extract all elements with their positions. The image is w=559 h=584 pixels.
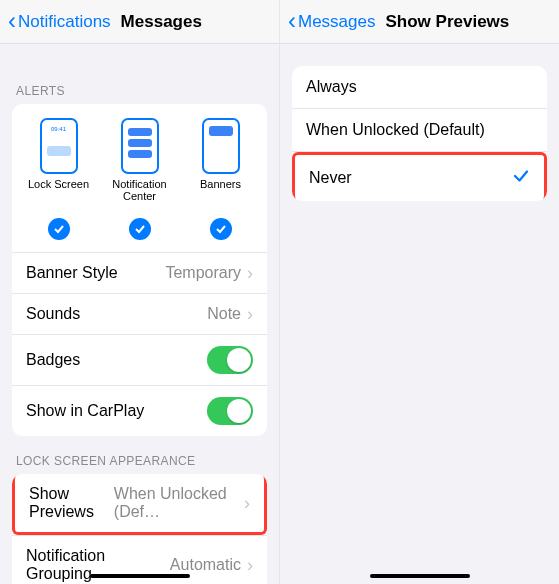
check-banners[interactable]	[210, 218, 232, 240]
alert-check-row	[12, 214, 267, 252]
alert-style-row: 09:41 Lock Screen Notification Center	[12, 104, 267, 214]
page-title-left: Messages	[121, 12, 202, 32]
home-indicator[interactable]	[370, 574, 470, 578]
label-carplay: Show in CarPlay	[26, 402, 144, 420]
home-indicator[interactable]	[90, 574, 190, 578]
label-badges: Badges	[26, 351, 80, 369]
value-show-previews: When Unlocked (Def…	[114, 485, 238, 521]
lock-appearance-card: Show Previews When Unlocked (Def…› Notif…	[12, 474, 267, 584]
row-carplay: Show in CarPlay	[12, 385, 267, 436]
option-label-always: Always	[306, 78, 357, 96]
banners-preview-icon	[202, 118, 240, 174]
alert-option-notification-center[interactable]: Notification Center	[99, 118, 180, 204]
row-badges: Badges	[12, 334, 267, 385]
back-label: Notifications	[18, 12, 111, 32]
navbar-right: ‹ Messages Show Previews	[280, 0, 559, 44]
back-label-right: Messages	[298, 12, 375, 32]
chevron-left-icon: ‹	[288, 9, 296, 33]
chevron-right-icon: ›	[247, 264, 253, 282]
chevron-right-icon: ›	[244, 494, 250, 512]
section-header-lock-appearance: LOCK SCREEN APPEARANCE	[0, 436, 279, 474]
row-sounds[interactable]: Sounds Note›	[12, 293, 267, 334]
content-right: Always When Unlocked (Default) Never	[280, 44, 559, 584]
switch-carplay[interactable]	[207, 397, 253, 425]
label-sounds: Sounds	[26, 305, 80, 323]
label-banner-style: Banner Style	[26, 264, 118, 282]
content-left: x ALERTS 09:41 Lock Screen	[0, 44, 279, 584]
notification-center-preview-icon	[121, 118, 159, 174]
check-lock-screen[interactable]	[48, 218, 70, 240]
alert-option-banners[interactable]: Banners	[180, 118, 261, 204]
page-title-right: Show Previews	[385, 12, 509, 32]
alert-label-lock: Lock Screen	[28, 178, 89, 204]
option-when-unlocked[interactable]: When Unlocked (Default)	[292, 109, 547, 152]
chevron-right-icon: ›	[247, 556, 253, 574]
switch-badges[interactable]	[207, 346, 253, 374]
show-previews-screen: ‹ Messages Show Previews Always When Unl…	[280, 0, 559, 584]
checkmark-icon	[512, 167, 530, 189]
chevron-left-icon: ‹	[8, 9, 16, 33]
option-label-never: Never	[309, 169, 352, 187]
row-banner-style[interactable]: Banner Style Temporary›	[12, 252, 267, 293]
settings-messages-notifications-screen: ‹ Notifications Messages x ALERTS 09:41 …	[0, 0, 280, 584]
back-button-notifications[interactable]: ‹ Notifications	[8, 11, 111, 33]
lock-screen-preview-icon: 09:41	[40, 118, 78, 174]
alert-label-center: Notification Center	[99, 178, 180, 204]
alert-label-banners: Banners	[200, 178, 241, 204]
option-always[interactable]: Always	[292, 66, 547, 109]
alerts-card: 09:41 Lock Screen Notification Center	[12, 104, 267, 436]
back-button-messages[interactable]: ‹ Messages	[288, 11, 375, 33]
row-show-previews[interactable]: Show Previews When Unlocked (Def…›	[12, 474, 267, 535]
option-label-unlocked: When Unlocked (Default)	[306, 121, 485, 139]
option-never[interactable]: Never	[292, 152, 547, 201]
previews-options-card: Always When Unlocked (Default) Never	[292, 66, 547, 201]
chevron-right-icon: ›	[247, 305, 253, 323]
value-grouping: Automatic	[170, 556, 241, 574]
alert-option-lock-screen[interactable]: 09:41 Lock Screen	[18, 118, 99, 204]
navbar-left: ‹ Notifications Messages	[0, 0, 279, 44]
check-notification-center[interactable]	[129, 218, 151, 240]
section-header-alerts: ALERTS	[0, 66, 279, 104]
label-show-previews: Show Previews	[29, 485, 114, 521]
value-banner-style: Temporary	[165, 264, 241, 282]
value-sounds: Note	[207, 305, 241, 323]
